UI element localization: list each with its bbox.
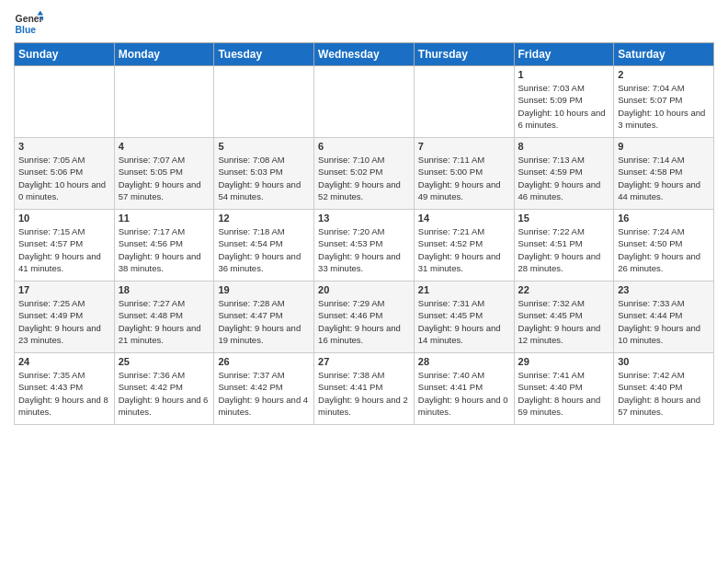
- calendar-cell: 11Sunrise: 7:17 AMSunset: 4:56 PMDayligh…: [114, 210, 214, 282]
- calendar-cell: 3Sunrise: 7:05 AMSunset: 5:06 PMDaylight…: [15, 138, 115, 210]
- calendar-cell: [15, 66, 115, 138]
- weekday-header-cell: Tuesday: [214, 43, 314, 66]
- calendar-week-row: 3Sunrise: 7:05 AMSunset: 5:06 PMDaylight…: [15, 138, 714, 210]
- day-info: Sunrise: 7:29 AMSunset: 4:46 PMDaylight:…: [318, 297, 410, 346]
- calendar-week-row: 1Sunrise: 7:03 AMSunset: 5:09 PMDaylight…: [15, 66, 714, 138]
- day-info: Sunrise: 7:20 AMSunset: 4:53 PMDaylight:…: [318, 225, 410, 274]
- day-number: 10: [18, 213, 110, 224]
- day-info: Sunrise: 7:13 AMSunset: 4:59 PMDaylight:…: [518, 154, 610, 202]
- day-number: 30: [618, 356, 710, 367]
- day-number: 7: [418, 141, 510, 152]
- calendar-cell: [314, 66, 415, 138]
- day-info: Sunrise: 7:25 AMSunset: 4:49 PMDaylight:…: [18, 297, 110, 346]
- main-container: General Blue SundayMondayTuesdayWednesda…: [0, 0, 728, 430]
- weekday-header-cell: Monday: [114, 43, 214, 66]
- calendar-week-row: 10Sunrise: 7:15 AMSunset: 4:57 PMDayligh…: [15, 210, 714, 282]
- calendar-cell: 25Sunrise: 7:36 AMSunset: 4:42 PMDayligh…: [114, 353, 214, 425]
- day-number: 9: [618, 141, 710, 152]
- calendar-cell: 13Sunrise: 7:20 AMSunset: 4:53 PMDayligh…: [314, 210, 415, 282]
- svg-marker-2: [38, 11, 43, 16]
- day-number: 2: [618, 69, 710, 80]
- day-info: Sunrise: 7:27 AMSunset: 4:48 PMDaylight:…: [119, 297, 210, 346]
- day-number: 4: [119, 141, 210, 152]
- calendar-body: 1Sunrise: 7:03 AMSunset: 5:09 PMDaylight…: [15, 66, 714, 425]
- calendar-cell: 14Sunrise: 7:21 AMSunset: 4:52 PMDayligh…: [414, 210, 514, 282]
- weekday-header-cell: Saturday: [614, 43, 714, 66]
- day-info: Sunrise: 7:07 AMSunset: 5:05 PMDaylight:…: [119, 154, 210, 202]
- calendar-cell: 17Sunrise: 7:25 AMSunset: 4:49 PMDayligh…: [15, 282, 115, 353]
- day-number: 29: [518, 356, 610, 367]
- calendar-cell: 6Sunrise: 7:10 AMSunset: 5:02 PMDaylight…: [314, 138, 415, 210]
- calendar-cell: 7Sunrise: 7:11 AMSunset: 5:00 PMDaylight…: [414, 138, 514, 210]
- svg-text:General: General: [16, 14, 43, 24]
- day-info: Sunrise: 7:28 AMSunset: 4:47 PMDaylight:…: [218, 297, 310, 346]
- day-info: Sunrise: 7:04 AMSunset: 5:07 PMDaylight:…: [618, 82, 710, 131]
- day-number: 25: [119, 356, 210, 367]
- day-number: 20: [318, 284, 410, 295]
- day-info: Sunrise: 7:41 AMSunset: 4:40 PMDaylight:…: [518, 369, 610, 418]
- day-info: Sunrise: 7:17 AMSunset: 4:56 PMDaylight:…: [119, 225, 210, 274]
- header: General Blue: [14, 9, 714, 39]
- calendar-cell: 26Sunrise: 7:37 AMSunset: 4:42 PMDayligh…: [214, 353, 314, 425]
- calendar-cell: [114, 66, 214, 138]
- day-number: 1: [518, 69, 610, 80]
- day-info: Sunrise: 7:40 AMSunset: 4:41 PMDaylight:…: [418, 369, 510, 418]
- calendar-table: SundayMondayTuesdayWednesdayThursdayFrid…: [14, 42, 714, 425]
- day-info: Sunrise: 7:36 AMSunset: 4:42 PMDaylight:…: [119, 369, 210, 418]
- calendar-cell: 1Sunrise: 7:03 AMSunset: 5:09 PMDaylight…: [514, 66, 614, 138]
- logo: General Blue: [14, 9, 43, 39]
- day-info: Sunrise: 7:37 AMSunset: 4:42 PMDaylight:…: [218, 369, 310, 418]
- day-info: Sunrise: 7:05 AMSunset: 5:06 PMDaylight:…: [18, 154, 110, 202]
- day-info: Sunrise: 7:38 AMSunset: 4:41 PMDaylight:…: [318, 369, 410, 418]
- calendar-cell: 19Sunrise: 7:28 AMSunset: 4:47 PMDayligh…: [214, 282, 314, 353]
- calendar-cell: 5Sunrise: 7:08 AMSunset: 5:03 PMDaylight…: [214, 138, 314, 210]
- calendar-cell: 21Sunrise: 7:31 AMSunset: 4:45 PMDayligh…: [414, 282, 514, 353]
- day-number: 24: [18, 356, 110, 367]
- day-info: Sunrise: 7:24 AMSunset: 4:50 PMDaylight:…: [618, 225, 710, 274]
- day-info: Sunrise: 7:18 AMSunset: 4:54 PMDaylight:…: [218, 225, 310, 274]
- day-number: 18: [119, 284, 210, 295]
- calendar-cell: 18Sunrise: 7:27 AMSunset: 4:48 PMDayligh…: [114, 282, 214, 353]
- day-number: 21: [418, 284, 510, 295]
- calendar-cell: [214, 66, 314, 138]
- day-number: 8: [518, 141, 610, 152]
- day-info: Sunrise: 7:35 AMSunset: 4:43 PMDaylight:…: [18, 369, 110, 418]
- day-number: 19: [218, 284, 310, 295]
- day-number: 5: [218, 141, 310, 152]
- calendar-cell: 8Sunrise: 7:13 AMSunset: 4:59 PMDaylight…: [514, 138, 614, 210]
- calendar-cell: 9Sunrise: 7:14 AMSunset: 4:58 PMDaylight…: [614, 138, 714, 210]
- calendar-cell: 10Sunrise: 7:15 AMSunset: 4:57 PMDayligh…: [15, 210, 115, 282]
- calendar-cell: 16Sunrise: 7:24 AMSunset: 4:50 PMDayligh…: [614, 210, 714, 282]
- day-info: Sunrise: 7:21 AMSunset: 4:52 PMDaylight:…: [418, 225, 510, 274]
- calendar-cell: 24Sunrise: 7:35 AMSunset: 4:43 PMDayligh…: [15, 353, 115, 425]
- day-info: Sunrise: 7:10 AMSunset: 5:02 PMDaylight:…: [318, 154, 410, 202]
- day-info: Sunrise: 7:31 AMSunset: 4:45 PMDaylight:…: [418, 297, 510, 346]
- calendar-cell: 30Sunrise: 7:42 AMSunset: 4:40 PMDayligh…: [614, 353, 714, 425]
- day-info: Sunrise: 7:22 AMSunset: 4:51 PMDaylight:…: [518, 225, 610, 274]
- calendar-cell: 20Sunrise: 7:29 AMSunset: 4:46 PMDayligh…: [314, 282, 415, 353]
- day-info: Sunrise: 7:15 AMSunset: 4:57 PMDaylight:…: [18, 225, 110, 274]
- day-number: 17: [18, 284, 110, 295]
- day-number: 15: [518, 213, 610, 224]
- day-number: 23: [618, 284, 710, 295]
- day-number: 28: [418, 356, 510, 367]
- calendar-cell: 29Sunrise: 7:41 AMSunset: 4:40 PMDayligh…: [514, 353, 614, 425]
- day-info: Sunrise: 7:08 AMSunset: 5:03 PMDaylight:…: [218, 154, 310, 202]
- calendar-cell: 22Sunrise: 7:32 AMSunset: 4:45 PMDayligh…: [514, 282, 614, 353]
- day-number: 26: [218, 356, 310, 367]
- weekday-header-cell: Sunday: [15, 43, 115, 66]
- weekday-header-row: SundayMondayTuesdayWednesdayThursdayFrid…: [15, 43, 714, 66]
- day-info: Sunrise: 7:32 AMSunset: 4:45 PMDaylight:…: [518, 297, 610, 346]
- day-number: 3: [18, 141, 110, 152]
- day-number: 12: [218, 213, 310, 224]
- day-number: 11: [119, 213, 210, 224]
- day-info: Sunrise: 7:11 AMSunset: 5:00 PMDaylight:…: [418, 154, 510, 202]
- logo-icon: General Blue: [14, 9, 43, 39]
- day-number: 13: [318, 213, 410, 224]
- weekday-header-cell: Friday: [514, 43, 614, 66]
- day-number: 27: [318, 356, 410, 367]
- calendar-week-row: 17Sunrise: 7:25 AMSunset: 4:49 PMDayligh…: [15, 282, 714, 353]
- day-info: Sunrise: 7:14 AMSunset: 4:58 PMDaylight:…: [618, 154, 710, 202]
- calendar-cell: [414, 66, 514, 138]
- calendar-cell: 15Sunrise: 7:22 AMSunset: 4:51 PMDayligh…: [514, 210, 614, 282]
